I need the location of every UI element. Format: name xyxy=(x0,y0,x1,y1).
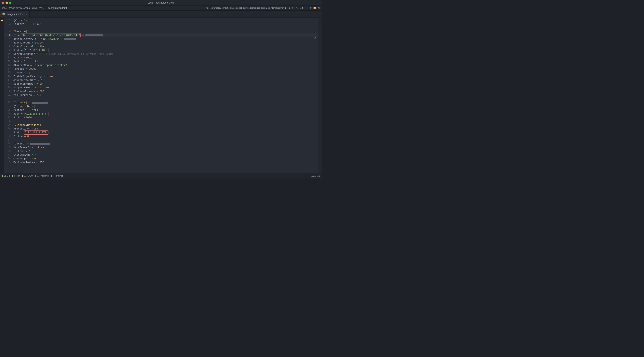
code-line-15: Labels = [] xyxy=(12,71,318,75)
sidebar-favorites-icon[interactable]: ★ xyxy=(0,168,4,171)
code-line-5: ID = "0e1efeb2-776f-4ba8-b8b1-d77e0430e9… xyxy=(12,33,318,37)
code-line-30: Protocol = 'http' xyxy=(12,127,318,131)
git-label: Git: xyxy=(296,7,299,9)
sidebar-project-icon[interactable]: 📁 xyxy=(0,18,4,22)
git-branch-icon[interactable]: ⎇ xyxy=(300,7,303,9)
code-line-2: LogLevel = 'DEBUG' xyxy=(12,22,318,26)
breadcrumb-item[interactable]: res xyxy=(39,7,42,9)
code-line-29: [Clients.Metadata] xyxy=(12,123,318,127)
left-sidebar: 📁 ⎇ ≡ ★ xyxy=(0,18,4,173)
titlebar: code – configuration.toml xyxy=(0,0,322,5)
run-status[interactable]: ▶ Run xyxy=(12,175,20,177)
todo-status-label: ☑ TODO xyxy=(24,175,33,177)
tab-configuration-toml[interactable]: [T] configuration.toml × xyxy=(0,11,30,17)
code-line-31: Host = '192.168.1.177' xyxy=(12,131,318,134)
tab-label: configuration.toml xyxy=(6,13,24,15)
code-line-27: Port = 48080 xyxy=(12,116,318,119)
git-fetch-icon[interactable]: ↓ xyxy=(307,7,308,9)
code-line-3 xyxy=(12,26,318,30)
code-line-12: Protocol = 'http' xyxy=(12,60,318,63)
code-line-9: Host = '192.168.1.106' xyxy=(12,48,318,52)
maximize-button[interactable] xyxy=(9,1,12,4)
code-line-32: Port = 48081 xyxy=(12,134,318,138)
code-line-6: deviceLibraryId = "1234567890" # xyxy=(12,37,318,41)
breadcrumb-item[interactable]: [T] configuration.toml xyxy=(45,7,67,9)
git-status-dot xyxy=(2,175,3,177)
close-button[interactable] xyxy=(2,1,4,4)
code-line-16: EnableAsyncReadings = true xyxy=(12,75,318,78)
code-line-34: [Device] # xyxy=(12,142,318,146)
breadcrumb: code › tedge-device-opcua › cmd › res › … xyxy=(0,5,322,11)
code-line-21: PoolQueueLen = 250 xyxy=(12,93,318,97)
tab-file-icon: [T] xyxy=(2,13,5,15)
tab-close-button[interactable]: × xyxy=(26,13,27,15)
history-icon[interactable]: ⏪ xyxy=(313,7,316,9)
problems-status[interactable]: ⚠ Problems xyxy=(35,175,49,177)
code-line-37: InitCmdArgs = '' xyxy=(12,153,318,157)
code-line-39: MaxCmdValueLen = 256 xyxy=(12,161,318,164)
run-status-label: ▶ Run xyxy=(14,175,20,177)
status-bar: ⎇ Git ▶ Run ☑ TODO ⚠ Problems ▸ Terminal… xyxy=(0,173,322,178)
settings-icon[interactable]: ⚙ xyxy=(310,7,312,9)
tab-bar: [T] configuration.toml × xyxy=(0,11,322,18)
sidebar-git-icon[interactable]: ⎇ xyxy=(0,22,4,26)
line-numbers: 1 2 3 4 5 6 7 8 9 10 11 12 13 14 15 16 1… xyxy=(4,18,12,173)
sidebar-structure-icon[interactable]: ≡ xyxy=(0,158,4,162)
traffic-lights xyxy=(2,1,12,4)
search-icon[interactable]: 🔍 xyxy=(318,7,320,9)
code-line-14: Timeout = 30000 xyxy=(12,67,318,71)
code-line-23: [Clients] # xyxy=(12,101,318,104)
stop-icon[interactable]: ⏹ xyxy=(288,7,290,9)
code-line-35: DataTransform = true xyxy=(12,146,318,149)
git-push-icon[interactable]: ↑ xyxy=(304,7,306,9)
code-line-24: [Clients.Data] xyxy=(12,104,318,108)
terminal-status-label: ▸ Terminal xyxy=(53,175,63,177)
code-line-11: Port = 40991 xyxy=(12,56,318,60)
right-panel-icon: ≡ xyxy=(320,19,320,21)
window-title: code – configuration.toml xyxy=(148,1,174,4)
reload-icon[interactable]: ⟳ xyxy=(292,7,294,9)
git-status[interactable]: ⎇ Git xyxy=(2,175,10,177)
code-line-22 xyxy=(12,97,318,101)
run-icon[interactable]: ▶ xyxy=(285,7,287,9)
code-line-33 xyxy=(12,138,318,142)
code-line-20: PoolNumWorkers = 500 xyxy=(12,89,318,93)
breadcrumb-item[interactable]: cmd xyxy=(32,7,37,9)
code-line-13: StartupMsg = 'device opcua started' xyxy=(12,63,318,67)
code-line-36: InitCmd = '' xyxy=(12,149,318,153)
code-line-10: ServerBindAddr = '' # blank value defaul… xyxy=(12,52,318,56)
breadcrumb-item[interactable]: tedge-device-opcua xyxy=(9,7,30,9)
event-log-label[interactable]: Event Log xyxy=(310,175,320,177)
code-line-38: MaxCmdOps = 128 xyxy=(12,157,318,161)
file-saved-checkmark: ✓ xyxy=(314,36,316,40)
code-line-26: Host = '192.168.1.177' xyxy=(12,112,318,116)
code-line-18: DispatchNumber = 20 xyxy=(12,82,318,86)
minimize-button[interactable] xyxy=(6,1,8,4)
code-line-7: BootTimeout = 30000 xyxy=(12,41,318,45)
terminal-status-dot xyxy=(50,175,52,177)
todo-status[interactable]: ☑ TODO xyxy=(22,175,33,177)
breadcrumb-item[interactable]: code xyxy=(2,7,7,9)
todo-status-dot xyxy=(22,175,24,177)
code-editor[interactable]: [Writable] LogLevel = 'DEBUG' [Service] … xyxy=(12,18,318,173)
code-line-4: [Service] xyxy=(12,30,318,33)
problems-status-dot xyxy=(35,175,36,177)
right-panel: ≡ xyxy=(318,18,322,173)
ci-branch-label: 🔖 TestCreateConnectionInfo in gitlab.com… xyxy=(206,7,284,9)
terminal-status[interactable]: ▸ Terminal xyxy=(50,175,63,177)
git-status-label: ⎇ Git xyxy=(4,175,10,177)
code-line-8: CheckInterval = '10s' xyxy=(12,45,318,48)
status-left: ⎇ Git ▶ Run ☑ TODO ⚠ Problems ▸ Terminal xyxy=(2,175,63,177)
code-line-25: Protocol = 'http' xyxy=(12,108,318,112)
code-line-1: [Writable] xyxy=(12,18,318,22)
code-line-19: DispatchBufferSize = 20 xyxy=(12,86,318,89)
code-line-17: AsyncBufferSize = 1 xyxy=(12,78,318,82)
code-line-28 xyxy=(12,119,318,123)
status-right: Event Log xyxy=(310,175,320,177)
problems-status-label: ⚠ Problems xyxy=(37,175,49,177)
run-status-dot xyxy=(12,175,13,177)
